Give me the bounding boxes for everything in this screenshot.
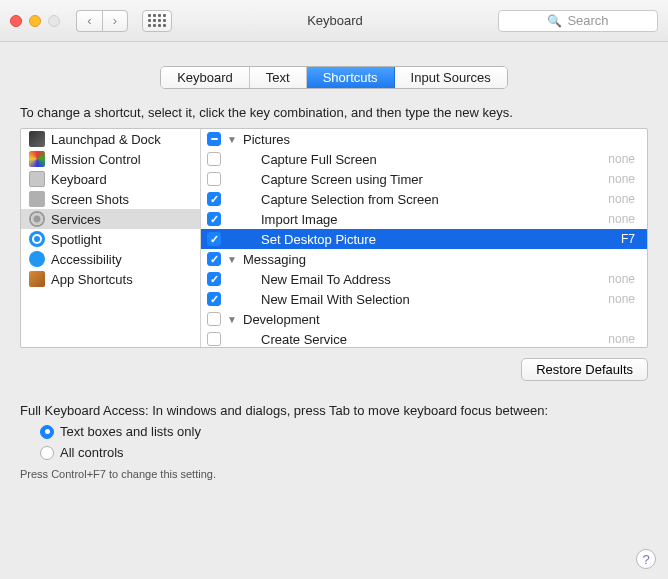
search-field[interactable]: 🔍 Search bbox=[498, 10, 658, 32]
window-controls bbox=[10, 15, 60, 27]
category-screen-shots[interactable]: Screen Shots bbox=[21, 189, 200, 209]
accessibility-icon bbox=[29, 251, 45, 267]
back-button[interactable]: ‹ bbox=[76, 10, 102, 32]
restore-defaults-button[interactable]: Restore Defaults bbox=[521, 358, 648, 381]
category-label: App Shortcuts bbox=[51, 272, 133, 287]
tab-bar: KeyboardTextShortcutsInput Sources bbox=[160, 66, 508, 89]
category-mission-control[interactable]: Mission Control bbox=[21, 149, 200, 169]
shortcut-row[interactable]: New Email With Selectionnone bbox=[201, 289, 647, 309]
shortcut-row[interactable]: Capture Full Screennone bbox=[201, 149, 647, 169]
mission-icon bbox=[29, 151, 45, 167]
checkbox[interactable] bbox=[207, 192, 221, 206]
shortcut-label: Pictures bbox=[243, 132, 629, 147]
checkbox[interactable] bbox=[207, 272, 221, 286]
help-button[interactable]: ? bbox=[636, 549, 656, 569]
tab-text[interactable]: Text bbox=[250, 67, 307, 88]
checkbox[interactable] bbox=[207, 152, 221, 166]
grid-icon bbox=[148, 14, 166, 27]
radio-all-controls-label: All controls bbox=[60, 445, 124, 460]
category-keyboard[interactable]: Keyboard bbox=[21, 169, 200, 189]
shortcut-label: Import Image bbox=[243, 212, 602, 227]
checkbox[interactable] bbox=[207, 232, 221, 246]
search-placeholder: Search bbox=[567, 13, 608, 28]
shortcut-key[interactable]: none bbox=[608, 212, 641, 226]
shortcut-key[interactable]: none bbox=[608, 192, 641, 206]
shortcut-row[interactable]: ▼Development bbox=[201, 309, 647, 329]
shortcut-row[interactable]: Set Desktop PictureF7 bbox=[201, 229, 647, 249]
shortcut-key[interactable]: none bbox=[608, 332, 641, 346]
category-label: Keyboard bbox=[51, 172, 107, 187]
shortcuts-panes: Launchpad & DockMission ControlKeyboardS… bbox=[20, 128, 648, 348]
shortcut-row[interactable]: ▼Pictures bbox=[201, 129, 647, 149]
chevron-left-icon: ‹ bbox=[87, 13, 91, 28]
shortcut-label: Capture Selection from Screen bbox=[243, 192, 602, 207]
shortcut-row[interactable]: Create Servicenone bbox=[201, 329, 647, 347]
shortcut-list[interactable]: ▼PicturesCapture Full ScreennoneCapture … bbox=[201, 129, 647, 347]
tab-input-sources[interactable]: Input Sources bbox=[395, 67, 507, 88]
shortcut-key[interactable]: none bbox=[608, 172, 641, 186]
shortcut-row[interactable]: New Email To Addressnone bbox=[201, 269, 647, 289]
checkbox[interactable] bbox=[207, 292, 221, 306]
shortcut-key[interactable]: none bbox=[608, 292, 641, 306]
launchpad-icon bbox=[29, 131, 45, 147]
radio-text-boxes-label: Text boxes and lists only bbox=[60, 424, 201, 439]
checkbox[interactable] bbox=[207, 132, 221, 146]
shortcut-label: Capture Screen using Timer bbox=[243, 172, 602, 187]
radio-text-boxes[interactable] bbox=[40, 425, 54, 439]
shortcut-row[interactable]: Import Imagenone bbox=[201, 209, 647, 229]
search-icon: 🔍 bbox=[547, 14, 562, 28]
shortcut-label: Create Service bbox=[243, 332, 602, 347]
shortcut-label: New Email With Selection bbox=[243, 292, 602, 307]
category-services[interactable]: Services bbox=[21, 209, 200, 229]
keyboard-icon bbox=[29, 171, 45, 187]
close-window-icon[interactable] bbox=[10, 15, 22, 27]
chevron-right-icon: › bbox=[113, 13, 117, 28]
category-accessibility[interactable]: Accessibility bbox=[21, 249, 200, 269]
shortcut-label: Development bbox=[243, 312, 629, 327]
checkbox[interactable] bbox=[207, 332, 221, 346]
shortcut-key[interactable]: none bbox=[608, 272, 641, 286]
screenshot-icon bbox=[29, 191, 45, 207]
disclosure-triangle-icon[interactable]: ▼ bbox=[227, 254, 237, 265]
radio-all-controls[interactable] bbox=[40, 446, 54, 460]
shortcut-row[interactable]: Capture Screen using Timernone bbox=[201, 169, 647, 189]
services-icon bbox=[29, 211, 45, 227]
checkbox[interactable] bbox=[207, 312, 221, 326]
shortcut-label: Set Desktop Picture bbox=[243, 232, 615, 247]
category-app-shortcuts[interactable]: App Shortcuts bbox=[21, 269, 200, 289]
tab-keyboard[interactable]: Keyboard bbox=[161, 67, 250, 88]
category-list[interactable]: Launchpad & DockMission ControlKeyboardS… bbox=[21, 129, 201, 347]
category-spotlight[interactable]: Spotlight bbox=[21, 229, 200, 249]
minimize-window-icon[interactable] bbox=[29, 15, 41, 27]
category-label: Mission Control bbox=[51, 152, 141, 167]
instruction-text: To change a shortcut, select it, click t… bbox=[20, 105, 648, 120]
shortcut-row[interactable]: ▼Messaging bbox=[201, 249, 647, 269]
category-label: Spotlight bbox=[51, 232, 102, 247]
shortcut-label: Messaging bbox=[243, 252, 629, 267]
category-label: Services bbox=[51, 212, 101, 227]
category-label: Screen Shots bbox=[51, 192, 129, 207]
checkbox[interactable] bbox=[207, 252, 221, 266]
appshort-icon bbox=[29, 271, 45, 287]
shortcut-row[interactable]: Capture Selection from Screennone bbox=[201, 189, 647, 209]
forward-button[interactable]: › bbox=[102, 10, 128, 32]
category-launchpad-dock[interactable]: Launchpad & Dock bbox=[21, 129, 200, 149]
nav-buttons: ‹ › bbox=[76, 10, 128, 32]
fka-hint: Press Control+F7 to change this setting. bbox=[20, 468, 648, 480]
checkbox[interactable] bbox=[207, 172, 221, 186]
spotlight-icon bbox=[29, 231, 45, 247]
category-label: Launchpad & Dock bbox=[51, 132, 161, 147]
zoom-window-icon bbox=[48, 15, 60, 27]
shortcut-label: Capture Full Screen bbox=[243, 152, 602, 167]
shortcut-key[interactable]: F7 bbox=[621, 232, 641, 246]
disclosure-triangle-icon[interactable]: ▼ bbox=[227, 314, 237, 325]
shortcut-label: New Email To Address bbox=[243, 272, 602, 287]
tab-shortcuts[interactable]: Shortcuts bbox=[307, 67, 395, 88]
checkbox[interactable] bbox=[207, 212, 221, 226]
shortcut-key[interactable]: none bbox=[608, 152, 641, 166]
disclosure-triangle-icon[interactable]: ▼ bbox=[227, 134, 237, 145]
titlebar: ‹ › Keyboard 🔍 Search bbox=[0, 0, 668, 42]
show-all-button[interactable] bbox=[142, 10, 172, 32]
category-label: Accessibility bbox=[51, 252, 122, 267]
fka-text: Full Keyboard Access: In windows and dia… bbox=[20, 403, 648, 418]
